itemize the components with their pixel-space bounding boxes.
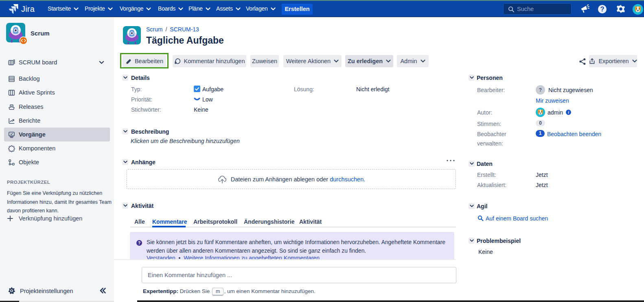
- svg-text:i: i: [568, 110, 569, 115]
- svg-text:?: ?: [600, 5, 605, 13]
- svg-text:?: ?: [539, 87, 542, 93]
- svg-text:?: ?: [138, 241, 140, 245]
